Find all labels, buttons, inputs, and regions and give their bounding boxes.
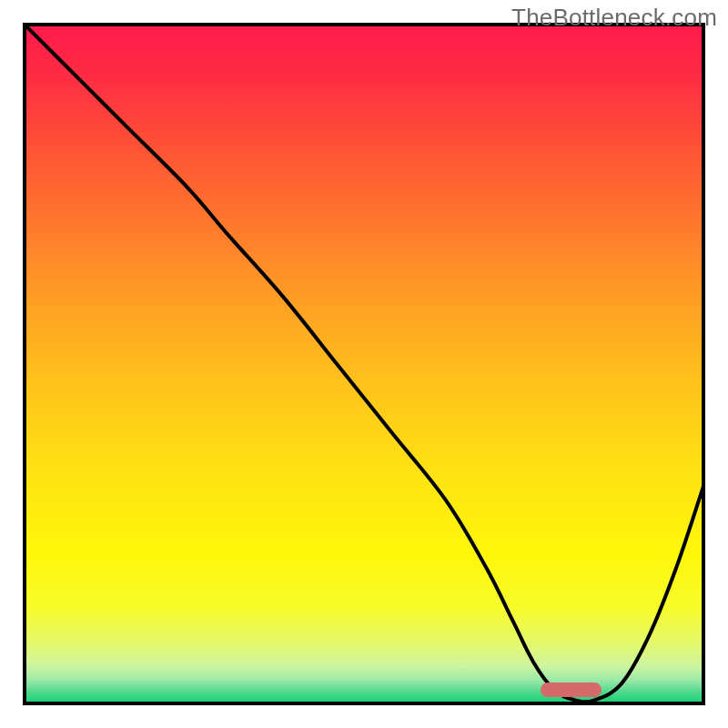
bottleneck-chart: TheBottleneck.com xyxy=(0,0,728,728)
watermark-text: TheBottleneck.com xyxy=(511,4,717,32)
chart-canvas xyxy=(0,0,728,728)
optimal-range-marker xyxy=(541,682,602,697)
